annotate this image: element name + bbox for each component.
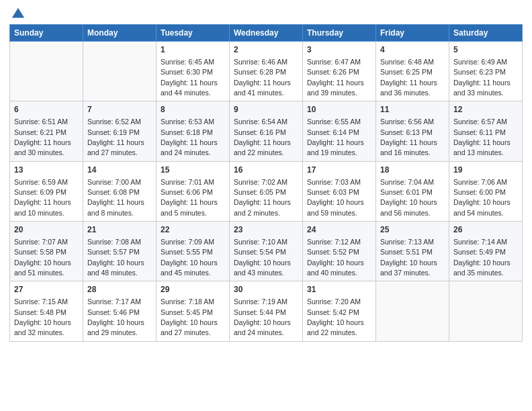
cell-info: Sunrise: 7:14 AM Sunset: 5:49 PM Dayligh… [453,238,511,277]
calendar-header-row: SundayMondayTuesdayWednesdayThursdayFrid… [10,25,523,42]
cell-info: Sunrise: 7:17 AM Sunset: 5:46 PM Dayligh… [87,298,144,336]
cell-info: Sunrise: 6:59 AM Sunset: 6:09 PM Dayligh… [14,178,71,217]
cell-info: Sunrise: 6:53 AM Sunset: 6:18 PM Dayligh… [161,118,218,156]
cell-info: Sunrise: 6:57 AM Sunset: 6:11 PM Dayligh… [453,118,511,156]
calendar-cell: 9Sunrise: 6:54 AM Sunset: 6:16 PM Daylig… [230,101,303,161]
cell-info: Sunrise: 7:00 AM Sunset: 6:08 PM Dayligh… [87,178,144,217]
day-number: 23 [234,224,298,236]
col-header-sunday: Sunday [10,25,83,42]
week-row-2: 13Sunrise: 6:59 AM Sunset: 6:09 PM Dayli… [10,161,523,221]
week-row-3: 20Sunrise: 7:07 AM Sunset: 5:58 PM Dayli… [10,222,523,281]
day-number: 28 [87,284,152,295]
calendar-cell: 25Sunrise: 7:13 AM Sunset: 5:51 PM Dayli… [376,222,449,281]
calendar-cell: 6Sunrise: 6:51 AM Sunset: 6:21 PM Daylig… [10,101,83,161]
logo-icon [11,7,26,21]
week-row-4: 27Sunrise: 7:15 AM Sunset: 5:48 PM Dayli… [10,281,523,341]
day-number: 18 [380,165,445,176]
day-number: 12 [453,104,518,116]
calendar-cell: 21Sunrise: 7:08 AM Sunset: 5:57 PM Dayli… [83,222,157,281]
cell-info: Sunrise: 7:20 AM Sunset: 5:42 PM Dayligh… [307,298,364,336]
day-number: 31 [307,284,371,295]
cell-info: Sunrise: 7:06 AM Sunset: 6:00 PM Dayligh… [453,178,511,217]
cell-info: Sunrise: 7:08 AM Sunset: 5:57 PM Dayligh… [87,238,144,277]
calendar-cell: 11Sunrise: 6:56 AM Sunset: 6:13 PM Dayli… [376,101,449,161]
cell-info: Sunrise: 7:19 AM Sunset: 5:44 PM Dayligh… [234,298,291,336]
logo [9,7,26,19]
cell-info: Sunrise: 7:01 AM Sunset: 6:06 PM Dayligh… [161,178,218,217]
cell-info: Sunrise: 7:07 AM Sunset: 5:58 PM Dayligh… [14,238,71,277]
cell-info: Sunrise: 6:51 AM Sunset: 6:21 PM Dayligh… [14,118,71,156]
calendar-cell [449,281,523,341]
calendar-cell: 23Sunrise: 7:10 AM Sunset: 5:54 PM Dayli… [230,222,303,281]
day-number: 29 [161,284,225,295]
day-number: 7 [87,104,152,116]
header [9,7,523,19]
calendar-cell: 19Sunrise: 7:06 AM Sunset: 6:00 PM Dayli… [449,161,523,221]
calendar-cell: 8Sunrise: 6:53 AM Sunset: 6:18 PM Daylig… [157,101,230,161]
day-number: 1 [161,44,225,56]
calendar-cell [10,42,83,101]
col-header-thursday: Thursday [303,25,376,42]
cell-info: Sunrise: 7:04 AM Sunset: 6:01 PM Dayligh… [380,178,437,217]
calendar-cell: 5Sunrise: 6:49 AM Sunset: 6:23 PM Daylig… [449,42,523,101]
calendar-cell: 15Sunrise: 7:01 AM Sunset: 6:06 PM Dayli… [157,161,230,221]
day-number: 2 [234,44,298,56]
calendar-cell: 27Sunrise: 7:15 AM Sunset: 5:48 PM Dayli… [10,281,83,341]
cell-info: Sunrise: 7:18 AM Sunset: 5:45 PM Dayligh… [161,298,218,336]
day-number: 30 [234,284,298,295]
cell-info: Sunrise: 6:54 AM Sunset: 6:16 PM Dayligh… [234,118,291,156]
day-number: 15 [161,165,225,176]
col-header-wednesday: Wednesday [230,25,303,42]
calendar-cell: 1Sunrise: 6:45 AM Sunset: 6:30 PM Daylig… [157,42,230,101]
cell-info: Sunrise: 6:48 AM Sunset: 6:25 PM Dayligh… [380,58,437,97]
cell-info: Sunrise: 6:56 AM Sunset: 6:13 PM Dayligh… [380,118,437,156]
calendar-cell: 31Sunrise: 7:20 AM Sunset: 5:42 PM Dayli… [303,281,376,341]
day-number: 27 [14,284,79,295]
calendar-cell: 17Sunrise: 7:03 AM Sunset: 6:03 PM Dayli… [303,161,376,221]
day-number: 22 [161,224,225,236]
calendar-cell: 18Sunrise: 7:04 AM Sunset: 6:01 PM Dayli… [376,161,449,221]
calendar-cell: 24Sunrise: 7:12 AM Sunset: 5:52 PM Dayli… [303,222,376,281]
calendar-cell: 30Sunrise: 7:19 AM Sunset: 5:44 PM Dayli… [230,281,303,341]
day-number: 6 [14,104,79,116]
day-number: 5 [453,44,518,56]
calendar-cell [83,42,157,101]
day-number: 4 [380,44,445,56]
cell-info: Sunrise: 6:55 AM Sunset: 6:14 PM Dayligh… [307,118,364,156]
calendar-cell: 28Sunrise: 7:17 AM Sunset: 5:46 PM Dayli… [83,281,157,341]
day-number: 21 [87,224,152,236]
cell-info: Sunrise: 7:13 AM Sunset: 5:51 PM Dayligh… [380,238,437,277]
col-header-tuesday: Tuesday [157,25,230,42]
cell-info: Sunrise: 7:02 AM Sunset: 6:05 PM Dayligh… [234,178,291,217]
col-header-friday: Friday [376,25,449,42]
day-number: 19 [453,165,518,176]
calendar-cell: 13Sunrise: 6:59 AM Sunset: 6:09 PM Dayli… [10,161,83,221]
calendar-cell: 2Sunrise: 6:46 AM Sunset: 6:28 PM Daylig… [230,42,303,101]
calendar-cell: 22Sunrise: 7:09 AM Sunset: 5:55 PM Dayli… [157,222,230,281]
day-number: 10 [307,104,371,116]
cell-info: Sunrise: 6:46 AM Sunset: 6:28 PM Dayligh… [234,58,291,97]
day-number: 9 [234,104,298,116]
calendar-cell: 16Sunrise: 7:02 AM Sunset: 6:05 PM Dayli… [230,161,303,221]
col-header-monday: Monday [83,25,157,42]
page: SundayMondayTuesdayWednesdayThursdayFrid… [0,0,532,411]
calendar-cell: 14Sunrise: 7:00 AM Sunset: 6:08 PM Dayli… [83,161,157,221]
cell-info: Sunrise: 7:03 AM Sunset: 6:03 PM Dayligh… [307,178,364,217]
cell-info: Sunrise: 6:49 AM Sunset: 6:23 PM Dayligh… [453,58,511,97]
calendar-cell: 12Sunrise: 6:57 AM Sunset: 6:11 PM Dayli… [449,101,523,161]
day-number: 11 [380,104,445,116]
calendar-cell: 10Sunrise: 6:55 AM Sunset: 6:14 PM Dayli… [303,101,376,161]
cell-info: Sunrise: 7:10 AM Sunset: 5:54 PM Dayligh… [234,238,291,277]
day-number: 8 [161,104,225,116]
day-number: 13 [14,165,79,176]
cell-info: Sunrise: 7:12 AM Sunset: 5:52 PM Dayligh… [307,238,364,277]
week-row-1: 6Sunrise: 6:51 AM Sunset: 6:21 PM Daylig… [10,101,523,161]
day-number: 17 [307,165,371,176]
svg-marker-0 [12,8,24,18]
cell-info: Sunrise: 6:47 AM Sunset: 6:26 PM Dayligh… [307,58,364,97]
week-row-0: 1Sunrise: 6:45 AM Sunset: 6:30 PM Daylig… [10,42,523,101]
cell-info: Sunrise: 7:09 AM Sunset: 5:55 PM Dayligh… [161,238,218,277]
calendar-cell: 3Sunrise: 6:47 AM Sunset: 6:26 PM Daylig… [303,42,376,101]
calendar-cell [376,281,449,341]
day-number: 14 [87,165,152,176]
